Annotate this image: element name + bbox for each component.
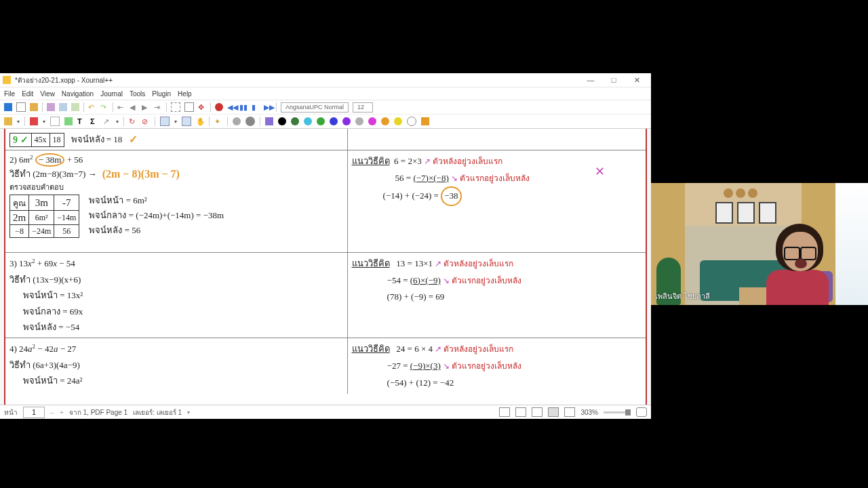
menu-tools[interactable]: Tools xyxy=(130,90,145,98)
color-white[interactable] xyxy=(407,117,416,126)
webcam-overlay: เพลินจิต ไชยลาลี xyxy=(651,183,868,305)
font-size-select[interactable]: 12 xyxy=(353,102,373,113)
eraser-icon[interactable] xyxy=(30,117,38,125)
tex-tool-icon[interactable]: Σ xyxy=(90,117,98,125)
color-orange[interactable] xyxy=(381,117,389,125)
mid-term: พจน์กลาง = 69x xyxy=(9,304,343,319)
factor-line: วิธีทำ (2m−8)(3m−7) → xyxy=(9,167,97,181)
page-add-icon[interactable] xyxy=(171,102,180,112)
separator xyxy=(209,117,210,126)
hint-note: ตัวแรกอยู่วงเล็บหลัง xyxy=(452,361,521,371)
color-blue[interactable] xyxy=(330,117,338,125)
mid-term: พจน์กลาง = (−24m)+(−14m) = −38m xyxy=(89,208,224,223)
rear-term: พจน์หลัง = 56 xyxy=(89,223,224,238)
view-single-icon[interactable] xyxy=(499,407,510,417)
close-button[interactable]: ✕ xyxy=(625,76,648,85)
color-darkgreen[interactable] xyxy=(291,117,299,125)
page-label: หน้า xyxy=(4,407,18,418)
app-icon xyxy=(3,76,11,84)
separator xyxy=(260,117,260,126)
hint-line: 6 = 2×3 xyxy=(394,156,422,166)
color-purple[interactable] xyxy=(342,117,351,125)
problem-text: 4) 24a2 − 42a − 27 xyxy=(9,341,343,357)
hint-line: (78) + (−9) = 69 xyxy=(352,289,642,306)
hint-note: ตัวแรกอยู่วงเล็บหลัง xyxy=(460,174,530,183)
hint-line: −27 = (−9)×(3) xyxy=(387,361,441,371)
copy-icon[interactable] xyxy=(59,103,67,111)
stroke-med-icon[interactable] xyxy=(245,117,255,126)
arrow-icon: ↗ xyxy=(435,344,443,354)
page-number-input[interactable] xyxy=(23,407,45,418)
color-yellow[interactable] xyxy=(394,117,402,125)
shape-icon[interactable] xyxy=(160,117,170,126)
separator xyxy=(24,117,25,126)
font-name-select[interactable]: AngsanaUPC Normal xyxy=(281,102,349,113)
color-picker-icon[interactable] xyxy=(265,117,273,125)
webcam-scene xyxy=(651,183,868,305)
menu-edit[interactable]: Edit xyxy=(22,90,33,98)
cut-icon[interactable] xyxy=(47,103,55,111)
save-icon[interactable] xyxy=(4,103,12,111)
fullscreen-icon[interactable] xyxy=(636,407,647,417)
xournal-window: *ตัวอย่าง20-21.xopp - Xournal++ — □ ✕ Fi… xyxy=(0,73,651,419)
arrow-icon: ↘ xyxy=(443,361,452,371)
cross-mark-icon: ✕ xyxy=(595,160,605,183)
text-tool-icon[interactable]: T xyxy=(77,117,85,125)
separator xyxy=(276,102,277,112)
color-black[interactable] xyxy=(278,117,286,125)
separator xyxy=(155,117,155,126)
menu-plugin[interactable]: Plugin xyxy=(152,90,171,98)
table-row: 9 ✓ 45x 18 xyxy=(9,133,64,147)
layer-label[interactable]: เลเยอร์: เลเยอร์ 1 xyxy=(133,407,182,418)
separator xyxy=(227,117,228,126)
cell-value: 45x xyxy=(35,135,47,144)
page-of-label: จาก 1, PDF Page 1 xyxy=(69,407,127,418)
hint-title: แนววิธีคิด xyxy=(352,258,390,268)
hint-note: ตัวหลังอยู่วงเล็บแรก xyxy=(443,344,513,354)
factor-line: วิธีทำ (6a+3)(4a−9) xyxy=(9,357,343,373)
cell-value: 9 ✓ xyxy=(13,135,28,145)
zoom-fit-icon[interactable] xyxy=(548,407,559,417)
record-icon[interactable] xyxy=(215,103,223,111)
menu-view[interactable]: View xyxy=(40,90,55,98)
menu-help[interactable]: Help xyxy=(178,90,192,98)
hint-note: ตัวแรกอยู่วงเล็บหลัง xyxy=(452,276,521,285)
menu-navigation[interactable]: Navigation xyxy=(62,90,94,98)
stroke-thin-icon[interactable] xyxy=(233,117,241,125)
hint-line: −54 = (6)×(−9) xyxy=(387,275,441,285)
highlighter-icon[interactable] xyxy=(50,117,60,126)
statusbar: หน้า – + จาก 1, PDF Page 1 เลเยอร์: เลเย… xyxy=(0,405,651,419)
page-delete-icon[interactable] xyxy=(184,102,194,112)
paste-icon[interactable] xyxy=(71,103,79,111)
arrow-icon: ↘ xyxy=(451,174,460,183)
color-green[interactable] xyxy=(317,117,325,125)
hint-note: ตัวหลังอยู่วงเล็บแรก xyxy=(433,157,502,166)
front-term: พจน์หน้า = 24a² xyxy=(9,373,343,388)
worksheet-page: 9 ✓ 45x 18 พจน์หลัง = 18 ✓ 2) 6m2 − 38m … xyxy=(4,129,647,405)
zoom-slider[interactable] xyxy=(604,411,631,413)
hint-title: แนววิธีคิด xyxy=(352,156,390,166)
color-gray[interactable] xyxy=(355,117,363,125)
document-canvas[interactable]: 9 ✓ 45x 18 พจน์หลัง = 18 ✓ 2) 6m2 − 38m … xyxy=(0,129,651,405)
titlebar: *ตัวอย่าง20-21.xopp - Xournal++ — □ ✕ xyxy=(0,73,651,87)
view-dual-icon[interactable] xyxy=(515,407,526,417)
cell-value: 18 xyxy=(53,135,61,144)
menu-journal[interactable]: Journal xyxy=(100,90,123,98)
open-icon[interactable] xyxy=(30,103,38,111)
problem-text: 2) 6m2 − 38m + 56 xyxy=(9,153,343,167)
pen-tool-icon[interactable] xyxy=(4,117,12,125)
color-magenta[interactable] xyxy=(368,117,376,125)
minimize-button[interactable]: — xyxy=(579,76,602,84)
new-page-icon[interactable] xyxy=(16,102,26,112)
color-cyan[interactable] xyxy=(304,117,312,125)
hint-line: 13 = 13×1 xyxy=(396,258,433,268)
menu-file[interactable]: File xyxy=(4,90,15,98)
view-present-icon[interactable] xyxy=(532,407,542,417)
arrow-icon: ↗ xyxy=(424,157,433,166)
select-rect-icon[interactable] xyxy=(64,117,73,125)
color-current[interactable] xyxy=(421,117,429,125)
grid-icon[interactable] xyxy=(182,117,191,126)
zoom-width-icon[interactable] xyxy=(564,407,575,417)
separator xyxy=(123,117,124,126)
maximize-button[interactable]: □ xyxy=(602,76,625,84)
